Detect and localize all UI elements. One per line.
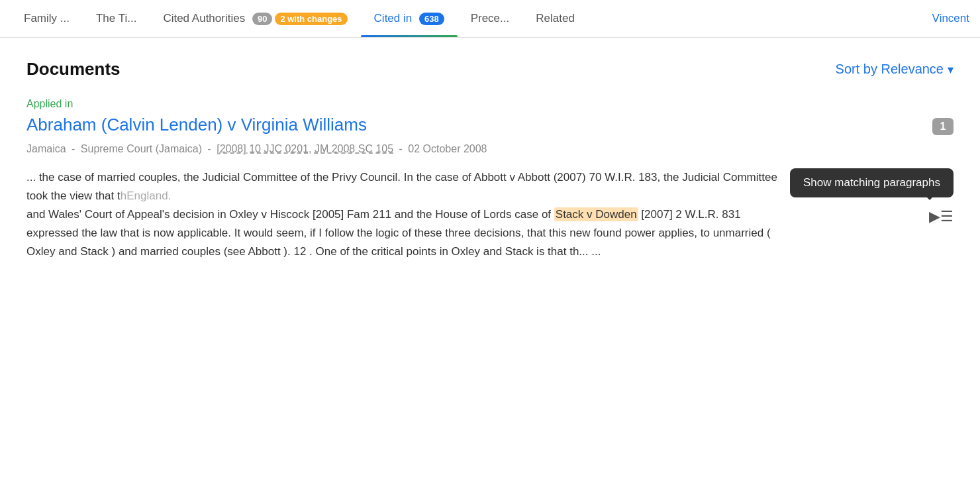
documents-header: Documents Sort by Relevance ▾: [26, 59, 954, 80]
user-label[interactable]: Vincent: [932, 12, 969, 25]
cited-in-count-badge: 638: [419, 13, 444, 25]
cited-authorities-count-badge: 90: [252, 13, 272, 25]
tab-cited-in[interactable]: Cited in 638: [361, 0, 458, 37]
tab-family[interactable]: Family ...: [11, 0, 83, 37]
tab-cited-authorities[interactable]: Cited Authorities 90 2 with changes: [150, 0, 360, 37]
tab-bar: Family ... The Ti... Cited Authorities 9…: [0, 0, 980, 38]
cited-authorities-badges: 90 2 with changes: [252, 13, 348, 25]
document-item: Applied in Abraham (Calvin Lenden) v Vir…: [26, 98, 954, 261]
tab-prece[interactable]: Prece...: [458, 0, 523, 37]
tab-family-label: Family ...: [24, 12, 70, 25]
doc-citation1[interactable]: [2008] 10 JJC 0201: [217, 143, 309, 154]
excerpt-container: ... the case of married couples, the Jud…: [26, 168, 954, 261]
tab-prece-label: Prece...: [471, 12, 510, 25]
cited-authorities-changes-badge: 2 with changes: [275, 13, 347, 25]
doc-date: 02 October 2008: [408, 143, 487, 154]
doc-meta: Jamaica - Supreme Court (Jamaica) - [200…: [26, 143, 954, 155]
doc-jurisdiction: Jamaica: [26, 143, 66, 154]
tab-related[interactable]: Related: [522, 0, 588, 37]
show-matching-paragraphs-button[interactable]: ▶☰: [929, 208, 954, 225]
tab-related-label: Related: [536, 12, 575, 25]
separator-3: -: [399, 143, 406, 154]
sort-label: Sort by Relevance: [836, 62, 944, 77]
cited-in-badge: 638: [419, 13, 444, 25]
excerpt-text: ... the case of married couples, the Jud…: [26, 168, 779, 261]
highlighted-term: Stack v Dowden: [554, 207, 638, 221]
separator-1: -: [72, 143, 78, 154]
tab-cited-in-label: Cited in: [374, 12, 413, 25]
doc-treatment: Applied in: [26, 98, 954, 110]
tab-cited-authorities-label: Cited Authorities: [163, 12, 245, 25]
doc-citation2[interactable]: JM 2008 SC 105: [315, 143, 393, 154]
tab-theti[interactable]: The Ti...: [83, 0, 150, 37]
doc-number-badge: 1: [932, 118, 954, 135]
doc-title[interactable]: Abraham (Calvin Lenden) v Virginia Willi…: [26, 114, 367, 136]
excerpt-part2: and Wales' Court of Appeal's decision in…: [26, 208, 554, 221]
main-content: Documents Sort by Relevance ▾ Applied in…: [0, 38, 980, 303]
tooltip-show-paragraphs: Show matching paragraphs: [790, 168, 954, 197]
excerpt-part-england: h: [121, 189, 126, 202]
tab-theti-label: The Ti...: [96, 12, 136, 25]
documents-title: Documents: [26, 59, 121, 80]
sort-control[interactable]: Sort by Relevance ▾: [836, 62, 954, 77]
excerpt-actions: Show matching paragraphs ▶☰: [790, 168, 954, 225]
doc-court: Supreme Court (Jamaica): [81, 143, 202, 154]
separator-2: -: [207, 143, 214, 154]
chevron-down-icon: ▾: [948, 62, 954, 77]
paragraph-icon: ▶☰: [929, 208, 954, 225]
doc-title-row: Abraham (Calvin Lenden) v Virginia Willi…: [26, 114, 954, 136]
